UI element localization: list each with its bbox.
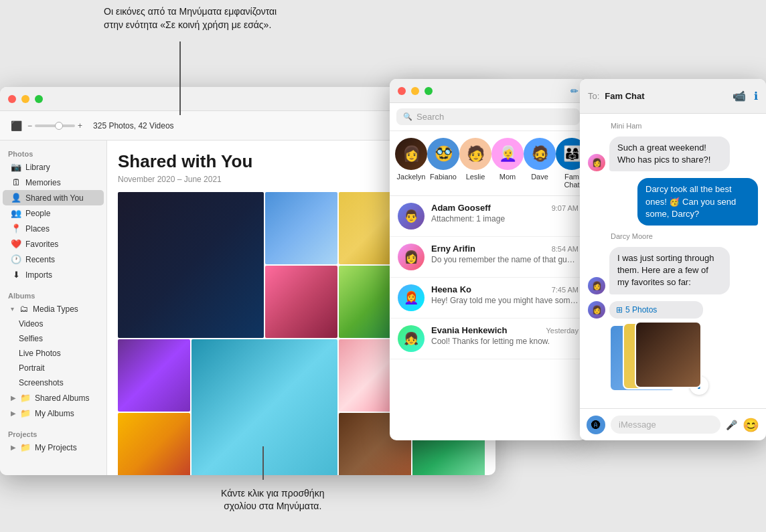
imessage-input[interactable]: iMessage [611, 416, 720, 434]
my-projects-icon: 📁 [20, 442, 31, 452]
sidebar-item-shared-albums[interactable]: ▶ 📁 Shared Albums [3, 390, 104, 406]
sidebar-label-people: People [25, 209, 50, 218]
photo-cell[interactable] [118, 339, 190, 412]
sidebar-item-library[interactable]: 📷 Library [3, 159, 104, 175]
avatar-evania: 👧 [398, 325, 425, 352]
emoji-icon[interactable]: 😊 [743, 417, 759, 433]
sidebar-item-videos[interactable]: Videos [3, 317, 104, 331]
list-item-evania[interactable]: 👧 Evania Henkewich Yesterday Cool! Thank… [390, 319, 587, 359]
pin-name-dave: Dave [531, 173, 548, 181]
photos-link[interactable]: ⊞ 5 Photos [609, 301, 703, 319]
info-icon[interactable]: ℹ [754, 90, 758, 102]
pin-item-jackelyn[interactable]: 👩 Jackelyn [395, 138, 427, 189]
messages-window: ✏ 🔍 Search 👩 Jackelyn 🥸 Fabiano 🧑 Leslie… [390, 79, 587, 440]
pin-item-leslie[interactable]: 🧑 Leslie [459, 138, 491, 189]
audio-icon[interactable]: 🎤 [726, 420, 737, 430]
msg-content-heena: Heena Ko 7:45 AM Hey! Gray told me you m… [431, 284, 579, 305]
expand-projects-icon: ▶ [11, 444, 16, 451]
sidebar-item-selfies[interactable]: Selfies [3, 331, 104, 346]
msg-time-heena: 7:45 AM [552, 286, 579, 294]
sidebar-item-favorites[interactable]: ❤️ Favorites [3, 236, 104, 252]
imports-icon: ⬇ [11, 270, 21, 280]
bubble-darcy: I was just sorting through them. Here ar… [609, 247, 730, 294]
sidebar-item-places[interactable]: 📍 Places [3, 221, 104, 236]
zoom-slider[interactable]: − + [27, 121, 82, 130]
sidebar-item-live-photos[interactable]: Live Photos [3, 346, 104, 361]
sidebar-item-recents[interactable]: 🕐 Recents [3, 252, 104, 267]
sidebar-label-my-projects: My Projects [35, 443, 77, 452]
pin-item-dave[interactable]: 🧔 Dave [524, 138, 556, 189]
annotation-line-top [179, 41, 181, 115]
sidebar-label-media-types: Media Types [33, 304, 78, 314]
msg-name-evania: Evania Henkewich [431, 325, 507, 335]
avatar-erny: 👩 [398, 244, 425, 270]
msg-time-adam: 9:07 AM [552, 204, 579, 212]
messages-list: 👨 Adam Gooseff 9:07 AM Attachment: 1 ima… [390, 196, 587, 440]
pin-item-fabiano[interactable]: 🥸 Fabiano [427, 138, 459, 189]
sidebar-section-albums: Albums [0, 288, 106, 301]
avatar-dave: 🧔 [524, 138, 556, 170]
sidebar-item-screenshots[interactable]: Screenshots [3, 375, 104, 390]
photo-cell[interactable] [265, 266, 337, 338]
sidebar-toggle-icon[interactable]: ⬛ [11, 120, 22, 131]
memoji-button[interactable]: 🅐 [587, 416, 605, 434]
sidebar-section-photos: Photos [0, 146, 106, 159]
sidebar-label-selfies: Selfies [19, 334, 43, 343]
msg-minimize-button[interactable] [411, 87, 419, 95]
chat-input-bar: 🅐 iMessage 🎤 😊 [580, 408, 766, 440]
msg-time-erny: 8:54 AM [552, 245, 579, 253]
my-albums-icon: 📁 [20, 408, 31, 418]
messages-search[interactable]: 🔍 Search [390, 103, 587, 131]
video-icon[interactable]: 📹 [733, 90, 746, 102]
annotation-bottom: Κάντε κλικ για προσθήκη σχολίου στα Μηνύ… [221, 487, 324, 513]
messages-titlebar: ✏ [390, 79, 587, 103]
sidebar-item-people[interactable]: 👥 People [3, 205, 104, 221]
pin-name-leslie: Leslie [466, 173, 485, 181]
msg-fullscreen-button[interactable] [425, 87, 433, 95]
fullscreen-button[interactable] [35, 95, 43, 103]
sidebar-label-library: Library [25, 163, 50, 172]
sidebar-item-portrait[interactable]: Portrait [3, 361, 104, 375]
sidebar-label-my-albums: My Albums [35, 409, 74, 418]
photo-cell[interactable] [118, 413, 190, 475]
avatar-mom: 👩‍🦳 [491, 138, 524, 170]
shared-albums-icon: 📁 [20, 393, 31, 403]
avatar-mini-ham: 👩 [588, 154, 605, 171]
annotation-bottom-text: Κάντε κλικ για προσθήκη σχολίου στα Μηνύ… [221, 488, 324, 512]
sidebar-label-places: Places [25, 224, 50, 234]
chat-msg-received-mini-ham: 👩 Such a great weekend! Who has pics to … [588, 137, 758, 171]
close-button[interactable] [8, 95, 16, 103]
pin-item-mom[interactable]: 👩‍🦳 Mom [491, 138, 524, 189]
compose-icon[interactable]: ✏ [570, 86, 579, 96]
expand-myalbums-icon: ▶ [11, 410, 16, 417]
photo-cell[interactable] [118, 192, 264, 338]
photo-cell[interactable] [192, 339, 337, 475]
sidebar-item-my-projects[interactable]: ▶ 📁 My Projects [3, 440, 104, 455]
sidebar-label-favorites: Favorites [25, 240, 58, 249]
favorites-icon: ❤️ [11, 239, 21, 249]
input-placeholder: iMessage [619, 420, 656, 430]
photo-cell[interactable] [265, 192, 337, 264]
msg-preview-erny: Do you remember the name of that guy fro… [431, 255, 579, 264]
sidebar-item-imports[interactable]: ⬇ Imports [3, 267, 104, 282]
sidebar-item-memories[interactable]: 🗓 Memories [3, 175, 104, 190]
stacked-photo-3[interactable] [635, 321, 702, 388]
annotation-line-bottom [262, 446, 264, 480]
sidebar-item-media-types[interactable]: ▾ 🗂 Media Types [3, 301, 104, 317]
sidebar-label-memories: Memories [25, 178, 61, 187]
avatar-jackelyn: 👩 [395, 138, 427, 170]
list-item-adam[interactable]: 👨 Adam Gooseff 9:07 AM Attachment: 1 ima… [390, 196, 587, 237]
avatar-fabiano: 🥸 [427, 138, 459, 170]
minimize-button[interactable] [21, 95, 29, 103]
sidebar: Photos 📷 Library 🗓 Memories 👤 Shared wit… [0, 141, 107, 475]
chat-actions: 📹 ℹ [733, 90, 758, 102]
sidebar-item-shared-with-you[interactable]: 👤 Shared with You [3, 190, 104, 205]
expand-shared-icon: ▶ [11, 394, 16, 402]
msg-close-button[interactable] [398, 87, 406, 95]
people-icon: 👥 [11, 208, 21, 218]
annotation-top: Οι εικόνες από τα Μηνύματα εμφανίζονται … [104, 5, 277, 31]
sidebar-item-my-albums[interactable]: ▶ 📁 My Albums [3, 406, 104, 421]
sidebar-label-recents: Recents [25, 255, 55, 264]
list-item-erny[interactable]: 👩 Erny Arifin 8:54 AM Do you remember th… [390, 237, 587, 278]
list-item-heena[interactable]: 👩‍🦰 Heena Ko 7:45 AM Hey! Gray told me y… [390, 278, 587, 319]
